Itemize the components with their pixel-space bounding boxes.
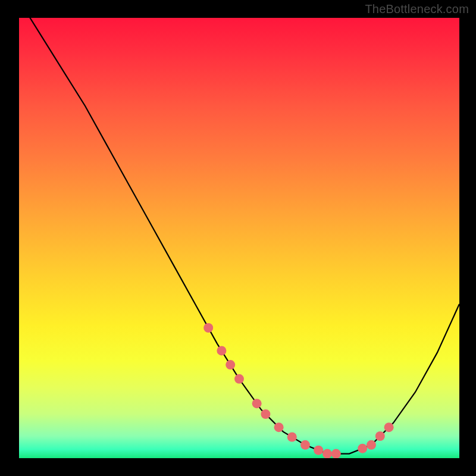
plot-area <box>19 18 459 458</box>
gradient-background <box>19 18 459 458</box>
watermark-text: TheBottleneck.com <box>365 2 469 16</box>
